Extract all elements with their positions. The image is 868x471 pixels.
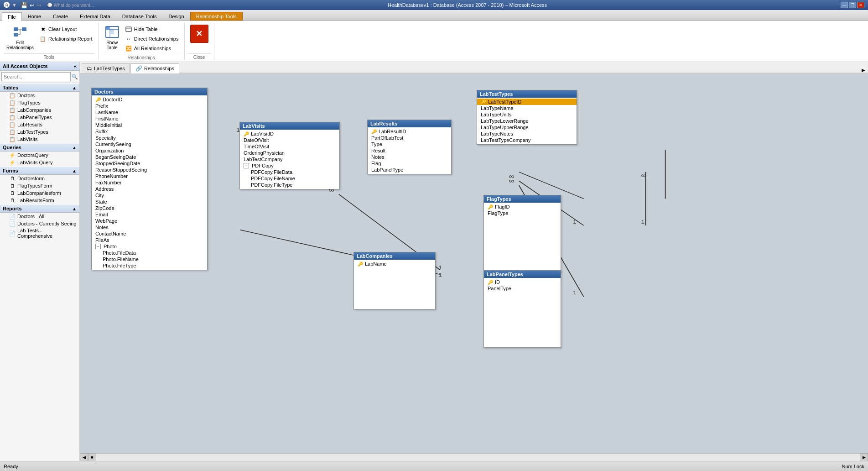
tab-labtesttypes[interactable]: 🗂 LabTestTypes [82, 63, 130, 73]
sidebar-item-labvisits[interactable]: 📋 LabVisits [0, 136, 79, 143]
tab-labtesttypes-icon: 🗂 [87, 65, 92, 72]
tab-database-tools[interactable]: Database Tools [116, 12, 163, 21]
tab-file[interactable]: File [2, 12, 22, 21]
clear-layout-button[interactable]: ✖ Clear Layout [37, 25, 94, 34]
tab-design[interactable]: Design [162, 12, 190, 21]
collapse-icon[interactable]: − [244, 163, 249, 168]
sidebar-item-labresultsform[interactable]: 🗒 LabResultsForm [0, 197, 79, 204]
form-icon: 🗒 [9, 175, 16, 182]
table-labpaneltypes[interactable]: LabPanelTypes 🔑ID PanelType [483, 270, 561, 348]
table-labtesttypes[interactable]: LabTestTypes 🔑LabTestTypeID LabTypeName … [477, 90, 577, 145]
direct-relationships-label: Direct Relationships [134, 36, 179, 42]
sidebar-item-labresults[interactable]: 📋 LabResults [0, 121, 79, 128]
field-labvisitid: 🔑LabVisitID [240, 131, 339, 137]
tab-scroll-right[interactable]: ▶ [859, 68, 868, 73]
clear-layout-icon: ✖ [39, 26, 47, 33]
field-beganseeingdate: BeganSeeingDate [92, 154, 207, 160]
table-labvisits[interactable]: LabVisits 🔑LabVisitID DateOfVisit TimeOf… [239, 122, 340, 189]
sidebar-item-doctors-currently[interactable]: 📄 Doctors - Currently Seeing [0, 220, 79, 227]
sidebar-item-flagtypes[interactable]: 📋 FlagTypes [0, 99, 79, 106]
tab-bar: 🗂 LabTestTypes 🔗 Relationships ▶ [80, 62, 868, 74]
table-labtesttypes-title: LabTestTypes [480, 91, 513, 97]
scroll-right-marker[interactable]: ■ [88, 453, 96, 461]
clear-layout-label: Clear Layout [48, 26, 77, 32]
sidebar-item-labpaneltypes[interactable]: 📋 LabPanelTypes [0, 114, 79, 121]
tab-home[interactable]: Home [22, 12, 47, 21]
scroll-track[interactable] [96, 453, 860, 461]
content-area[interactable]: ∞ ∞ ∞ ∞ ∞ ∞ ∞ 1 1 1 1 1 1 1 1 [80, 74, 868, 453]
collapse-icon[interactable]: − [95, 244, 101, 249]
sidebar-item-doctors-all[interactable]: 📄 Doctors - All [0, 213, 79, 220]
svg-text:1: 1 [438, 265, 442, 270]
hide-table-button[interactable]: Hide Table [123, 25, 181, 34]
all-relationships-button[interactable]: 🔀 All Relationships [123, 44, 181, 53]
table-doctors[interactable]: Doctors 🔑DoctorID Prefix LastName FirstN… [91, 88, 208, 270]
sidebar-item-label: LabCompanies [17, 107, 51, 113]
close-button[interactable]: ✕ [190, 25, 208, 43]
table-labresults-title: LabResults [370, 121, 397, 126]
table-doctors-title: Doctors [94, 89, 114, 94]
tab-external-data[interactable]: External Data [74, 12, 116, 21]
table-labvisits-header: LabVisits [240, 122, 339, 130]
show-table-button[interactable]: ShowTable [102, 23, 122, 52]
window-title: HealthDatabasev1 : Database (Access 2007… [94, 2, 841, 8]
table-flagtypes-title: FlagTypes [487, 196, 511, 202]
sidebar-collapse[interactable]: « [74, 63, 77, 69]
table-labresults[interactable]: LabResults 🔑LabResultID PartOfLabTest Ty… [367, 120, 452, 174]
horizontal-scrollbar: ◀ ■ ▶ [80, 453, 868, 461]
sidebar-item-label: LabResults [17, 122, 42, 127]
table-labpaneltypes-header: LabPanelTypes [484, 271, 561, 278]
table-flagtypes[interactable]: FlagTypes 🔑FlagID FlagType [483, 195, 561, 272]
edit-relationships-button[interactable]: EditRelationships [4, 23, 36, 52]
close-button[interactable]: ✕ [857, 2, 864, 8]
sidebar-item-doctorsquery[interactable]: ⚡ DoctorsQuery [0, 152, 79, 159]
window-controls[interactable]: — ❐ ✕ [841, 2, 864, 8]
sidebar-item-flagtypesform[interactable]: 🗒 FlagTypesForm [0, 182, 79, 189]
forms-section-header[interactable]: Forms ▲ [0, 167, 79, 175]
sidebar-item-doctors[interactable]: 📋 Doctors [0, 92, 79, 99]
field-currentlyseeing: CurrentlySeeing [92, 141, 207, 147]
field-email: Email [92, 211, 207, 218]
field-photo-filetype: Photo.FileType [92, 262, 207, 269]
reports-section-header[interactable]: Reports ▲ [0, 205, 79, 213]
tab-relationship-tools[interactable]: Relationship Tools [190, 12, 243, 21]
tab-relationships[interactable]: 🔗 Relationships [130, 63, 179, 73]
direct-relationships-button[interactable]: ↔ Direct Relationships [123, 34, 181, 43]
minimize-button[interactable]: — [841, 2, 848, 8]
queries-section-header[interactable]: Queries ▲ [0, 144, 79, 152]
field-labtypelowerrange: LabTypeLowerRange [477, 118, 577, 124]
report-icon: 📄 [9, 230, 16, 236]
scroll-right-button[interactable]: ▶ [860, 453, 868, 461]
sidebar-item-labtests[interactable]: 📄 Lab Tests - Comprehensive [0, 227, 79, 239]
sidebar-item-doctorsform[interactable]: 🗒 Doctorsform [0, 175, 79, 182]
search-icon[interactable]: 🔍 [72, 74, 78, 80]
table-flagtypes-body: 🔑FlagID FlagType [484, 203, 561, 217]
form-icon: 🗒 [9, 197, 16, 204]
sidebar-item-label: Doctors - All [17, 214, 44, 219]
sidebar-item-labcompanies[interactable]: 📋 LabCompanies [0, 106, 79, 114]
ribbon-group-tools: EditRelationships ✖ Clear Layout 📋 Relat… [0, 23, 99, 60]
tab-create[interactable]: Create [47, 12, 74, 21]
sidebar-item-label: DoctorsQuery [17, 152, 48, 158]
sidebar-item-labvisitsquery[interactable]: ⚡ LabVisits Query [0, 159, 79, 166]
sidebar-item-labtesttypes[interactable]: 📋 LabTestTypes [0, 128, 79, 136]
sidebar: All Access Objects « 🔍 Tables ▲ 📋 Doctor… [0, 62, 80, 461]
forms-section: Forms ▲ 🗒 Doctorsform 🗒 FlagTypesForm 🗒 … [0, 167, 79, 204]
queries-section: Queries ▲ ⚡ DoctorsQuery ⚡ LabVisits Que… [0, 144, 79, 166]
scroll-left-button[interactable]: ◀ [80, 453, 88, 461]
table-labtesttypes-body: 🔑LabTestTypeID LabTypeName LabTypeUnits … [477, 98, 577, 144]
relationship-report-button[interactable]: 📋 Relationship Report [37, 34, 94, 43]
svg-text:∞: ∞ [509, 178, 515, 184]
restore-button[interactable]: ❐ [849, 2, 856, 8]
sidebar-item-label: FlagTypes [17, 100, 41, 105]
ribbon: EditRelationships ✖ Clear Layout 📋 Relat… [0, 21, 868, 62]
table-labcompanies[interactable]: LabCompanies 🔑LabName [353, 252, 436, 309]
table-labcompanies-body: 🔑LabName [354, 260, 435, 268]
sidebar-item-label: Doctorsform [17, 176, 45, 181]
relationships-group-label: Relationships [102, 54, 181, 60]
svg-rect-1 [22, 27, 26, 31]
field-flag: Flag [368, 160, 451, 167]
search-input[interactable] [1, 72, 71, 81]
tables-section-header[interactable]: Tables ▲ [0, 84, 79, 92]
sidebar-item-labcompaniesform[interactable]: 🗒 LabCompaniesform [0, 189, 79, 197]
